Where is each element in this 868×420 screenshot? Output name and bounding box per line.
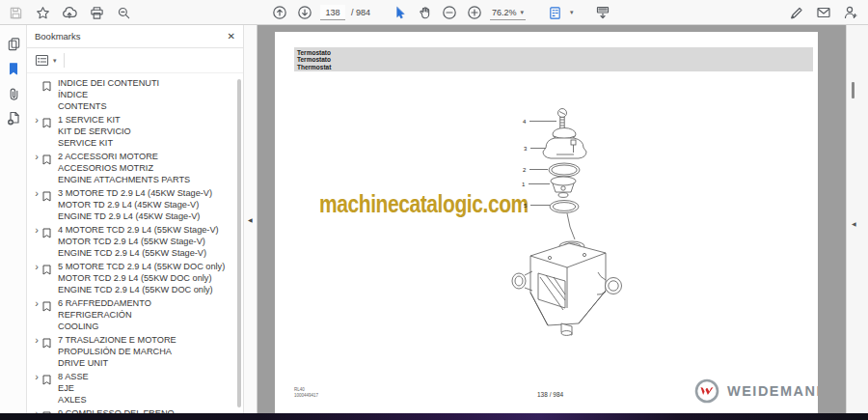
scroll-mode-button[interactable] <box>593 3 612 22</box>
save-button[interactable] <box>6 3 25 22</box>
select-tool-button[interactable] <box>390 3 409 22</box>
bookmark-item[interactable]: ›4 MOTORE TCD 2.9 L4 (55KW Stage-V)MOTOR… <box>27 224 243 259</box>
email-button[interactable] <box>814 3 833 22</box>
minus-circle-icon <box>442 5 457 20</box>
page-number-input[interactable] <box>320 5 345 20</box>
chevron-right-icon[interactable]: › <box>31 334 42 346</box>
chevron-right-icon[interactable]: › <box>31 187 42 199</box>
chevron-down-icon[interactable]: ▾ <box>53 57 57 65</box>
bookmarks-scrollbar[interactable] <box>237 79 241 407</box>
collapse-panel-icon[interactable]: ◀ <box>248 216 253 223</box>
bookmark-flag-icon <box>42 261 54 279</box>
page-display-button[interactable] <box>545 3 564 22</box>
close-icon[interactable]: ✕ <box>228 31 235 42</box>
bookmark-item[interactable]: ›2 ACCESSORI MOTOREACCESORIOS MOTRIZENGI… <box>27 151 243 185</box>
pdf-viewer-window: / 984 76.2% ▾ ▾ <box>0 0 868 420</box>
brand-logo: WEIDEMANN <box>694 378 818 404</box>
bookmark-item[interactable]: INDICE DEI CONTENUTIÍNDICECONTENTS <box>27 77 243 112</box>
brand-name: WEIDEMANN <box>727 383 818 399</box>
bookmark-list: INDICE DEI CONTENUTIÍNDICECONTENTS›1 SER… <box>27 77 243 413</box>
bookmark-label: 2 ACCESSORI MOTOREACCESORIOS MOTRIZENGIN… <box>58 151 190 185</box>
chevron-down-icon[interactable]: ▾ <box>570 9 574 16</box>
expand-right-panel-icon[interactable]: ◀ <box>852 220 856 227</box>
bookmark-flag-icon <box>42 187 54 206</box>
bookmark-label: INDICE DEI CONTENUTIÍNDICECONTENTS <box>58 77 159 112</box>
page-footer-number: 138 / 984 <box>537 391 563 398</box>
bookmark-item[interactable]: ›5 MOTORE TCD 2.9 L4 (55KW DOC only)MOTO… <box>27 261 243 295</box>
bookmark-label: 1 SERVICE KITKIT DE SERVICIOSERVICE KIT <box>58 114 131 149</box>
document-badge-icon <box>6 111 21 126</box>
chevron-right-icon[interactable]: › <box>31 297 42 309</box>
bookmark-flag-icon <box>42 151 54 169</box>
bookmark-icon <box>7 62 20 76</box>
bookmarks-options-bar: ▾ <box>27 48 243 73</box>
bookmark-flag-icon <box>42 77 54 96</box>
title-line-it: Termostato <box>297 49 813 56</box>
document-area[interactable]: Termostato Termostato Thermostat machine… <box>258 25 846 413</box>
share-person-button[interactable] <box>841 3 860 22</box>
printer-icon <box>90 6 104 20</box>
document-number: 1000449417 <box>294 393 318 399</box>
person-plus-icon <box>843 5 858 20</box>
search-icon <box>117 6 131 20</box>
pen-icon <box>789 5 804 20</box>
attachments-button[interactable] <box>0 81 27 106</box>
chevron-right-icon[interactable]: › <box>31 114 42 126</box>
bookmark-item[interactable]: ›8 ASSEEJEAXLES <box>27 371 243 406</box>
document-scrollbar[interactable] <box>852 82 854 98</box>
fill-sign-button[interactable] <box>787 3 806 22</box>
zoom-level-select[interactable]: 76.2% ▾ <box>490 5 526 20</box>
next-page-button[interactable] <box>295 3 314 22</box>
bookmarks-panel-button[interactable] <box>0 56 27 81</box>
paperclip-icon <box>7 87 21 101</box>
title-line-es: Termostato <box>297 56 813 63</box>
divider <box>64 53 65 68</box>
pages-icon <box>7 37 21 51</box>
callout-2: 2 <box>523 167 527 173</box>
page-display-icon <box>548 6 562 20</box>
hand-tool-button[interactable] <box>415 3 434 22</box>
hand-icon <box>418 6 432 20</box>
main-area: Bookmarks ✕ ▾ INDICE DEI CONTENUTIÍNDICE… <box>0 25 868 413</box>
search-button[interactable] <box>114 3 133 22</box>
bookmarks-panel: Bookmarks ✕ ▾ INDICE DEI CONTENUTIÍNDICE… <box>27 25 243 413</box>
callout-3: 3 <box>524 146 528 152</box>
watermark: machinecatalogic.com <box>319 190 529 218</box>
bookmark-item[interactable]: ›6 RAFFREDDAMENTOREFRIGERACIÓNCOOLING <box>27 297 243 332</box>
chevron-down-icon: ▾ <box>521 9 525 16</box>
weidemann-logo-icon <box>694 378 719 404</box>
chevron-right-icon[interactable]: › <box>31 224 42 236</box>
star-button[interactable] <box>33 3 52 22</box>
chevron-right-icon[interactable]: › <box>31 371 42 382</box>
top-toolbar: / 984 76.2% ▾ ▾ <box>0 0 868 25</box>
page-thumbnails-button[interactable] <box>0 31 27 56</box>
page-title-band: Termostato Termostato Thermostat <box>294 47 813 71</box>
title-line-en: Thermostat <box>297 64 813 70</box>
scroll-mode-icon <box>595 5 610 20</box>
plus-circle-icon <box>467 5 482 20</box>
left-rail <box>0 25 27 413</box>
bookmark-flag-icon <box>42 371 54 389</box>
zoom-in-button[interactable] <box>465 3 484 22</box>
bookmark-label: 8 ASSEEJEAXLES <box>58 371 89 406</box>
chevron-right-icon[interactable]: › <box>31 261 42 272</box>
zoom-out-button[interactable] <box>440 3 459 22</box>
document-status-button[interactable] <box>0 106 27 131</box>
callout-4: 4 <box>523 119 527 125</box>
bookmark-item[interactable]: ›7 TRASLAZIONE E MOTOREPROPULSIÓN DE MAR… <box>27 334 243 369</box>
bookmark-item[interactable]: ›1 SERVICE KITKIT DE SERVICIOSERVICE KIT <box>27 114 243 149</box>
bookmark-options-button[interactable] <box>33 52 50 70</box>
pdf-page: Termostato Termostato Thermostat machine… <box>275 32 818 413</box>
page-footer-model: RL40 1000449417 <box>294 387 318 398</box>
bookmark-item[interactable]: ›3 MOTORE TD 2.9 L4 (45KW Stage-V)MOTOR … <box>27 187 243 222</box>
bookmarks-title: Bookmarks <box>35 31 81 42</box>
previous-page-button[interactable] <box>270 3 289 22</box>
star-icon <box>36 6 50 20</box>
upload-cloud-button[interactable] <box>60 3 79 22</box>
bookmark-label: 5 MOTORE TCD 2.9 L4 (55KW DOC only)MOTOR… <box>58 261 225 295</box>
print-button[interactable] <box>87 3 106 22</box>
bookmark-label: 3 MOTORE TD 2.9 L4 (45KW Stage-V)MOTOR T… <box>58 187 212 222</box>
chevron-right-icon[interactable]: › <box>31 151 42 162</box>
bookmark-flag-icon <box>42 224 54 242</box>
bookmark-label: 4 MOTORE TCD 2.9 L4 (55KW Stage-V)MOTOR … <box>58 224 219 259</box>
